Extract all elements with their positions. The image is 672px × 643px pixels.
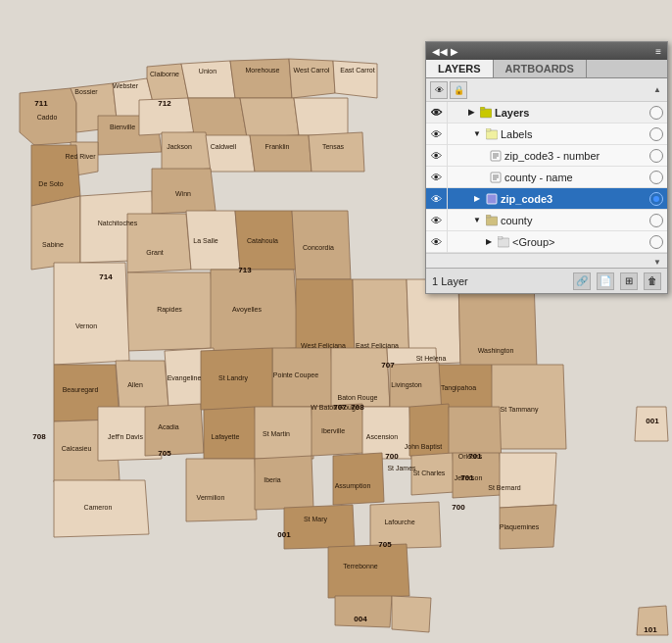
layer-name-layers: Layers (495, 107, 649, 119)
scroll-down-btn[interactable]: ▼ (651, 258, 663, 267)
lincoln-parish (139, 98, 194, 135)
layer-lock-county (448, 210, 461, 231)
franklin-parish (250, 135, 312, 172)
concordia-parish (292, 211, 351, 279)
layer-expand-layers[interactable]: ▶ (465, 107, 477, 119)
svg-rect-82 (486, 130, 498, 139)
svg-rect-81 (480, 107, 485, 110)
layer-name-labels: Labels (501, 128, 649, 140)
layer-circle-labels[interactable] (649, 127, 663, 141)
layer-lock-group (448, 231, 461, 253)
layer-expand-labels[interactable]: ▼ (471, 128, 483, 140)
caldwell-parish (206, 135, 255, 172)
layer-row-county[interactable]: 👁 ▼ county (426, 210, 667, 231)
new-layer-btn[interactable]: 📄 (597, 272, 614, 290)
layer-expand-zip-number (483, 150, 487, 162)
grant-parish (127, 214, 191, 272)
layer-circle-county-name[interactable] (649, 171, 663, 184)
svg-point-93 (653, 196, 659, 202)
jackson-parish (162, 132, 211, 172)
layer-eye-group[interactable]: 👁 (426, 231, 448, 253)
layer-name-zip-code3: zip_code3 (501, 193, 649, 205)
layer-labels-folder-icon (485, 127, 499, 141)
panel-footer: 1 Layer 🔗 📄 ⊞ 🗑 (426, 268, 667, 293)
lock-btn[interactable]: 🔒 (450, 81, 467, 99)
layer-row-zip-number[interactable]: 👁 zip_code3 - number (426, 145, 667, 167)
plaquemines-parish (500, 505, 556, 549)
svg-rect-96 (498, 238, 509, 247)
layer-row-labels[interactable]: 👁 ▼ Labels (426, 124, 667, 145)
layers-list: 👁 ▶ Layers 👁 ▼ (426, 102, 667, 253)
layer-expand-zip-code3[interactable]: ▶ (471, 193, 483, 205)
tab-layers[interactable]: LAYERS (426, 60, 494, 77)
layer-row-group[interactable]: 👁 ▶ <Group> (426, 231, 667, 253)
iberville-parish (312, 404, 364, 456)
stbernard-parish (500, 453, 556, 508)
layer-lock-labels (448, 124, 461, 145)
panel-header: ◀◀ ▶ ≡ (426, 42, 667, 60)
layer-group-icon (497, 235, 510, 249)
acadia-parish (145, 404, 204, 456)
layer-lock-county-name (448, 167, 461, 188)
layer-count-label: 1 Layer (432, 275, 567, 287)
copy-layer-btn[interactable]: ⊞ (620, 272, 638, 290)
layer-name-zip-number: zip_code3 - number (504, 150, 649, 162)
desoto-parish (31, 145, 80, 206)
svg-rect-83 (486, 128, 491, 131)
eye-toggle-btn[interactable]: 👁 (430, 81, 448, 99)
sabine-parish (31, 196, 80, 270)
winn-parish (152, 169, 216, 214)
vernon-parish (54, 263, 129, 365)
panel-menu-icon[interactable]: ≡ (655, 46, 661, 57)
scroll-up-btn[interactable]: ▲ (651, 85, 663, 94)
coastal-101 (637, 606, 668, 635)
vermilion-parish (186, 459, 257, 521)
layer-eye-county-name[interactable]: 👁 (426, 167, 448, 188)
eastcarroll-parish (333, 61, 377, 98)
layer-row-layers[interactable]: 👁 ▶ Layers (426, 102, 667, 124)
ascension-parish (362, 407, 411, 459)
svg-rect-97 (498, 236, 503, 239)
wbatonrouge-parish (331, 348, 390, 407)
layers-panel: ◀◀ ▶ ≡ LAYERS ARTBOARDS 👁 🔒 ▲ 👁 ▶ (425, 41, 668, 294)
layer-circle-group[interactable] (649, 235, 663, 249)
coastal-001 (635, 407, 668, 441)
link-layers-btn[interactable]: 🔗 (573, 272, 591, 290)
tensas-parish (309, 132, 364, 172)
eye-icon: 👁 (435, 85, 444, 95)
layer-lock-layers (448, 102, 461, 124)
tab-artboards[interactable]: ARTBOARDS (494, 60, 587, 77)
layer-expand-county-name (483, 172, 487, 183)
assumption-parish (333, 453, 384, 505)
cameron-parish (54, 480, 149, 537)
layer-expand-county[interactable]: ▼ (471, 215, 483, 226)
svg-rect-80 (480, 109, 492, 118)
ouachita-parish (188, 98, 247, 137)
sttammany-parish (492, 365, 566, 449)
layer-eye-zip-number[interactable]: 👁 (426, 145, 448, 167)
panel-collapse-icons[interactable]: ◀◀ ▶ (432, 46, 458, 57)
layer-circle-layers[interactable] (649, 106, 663, 120)
layer-expand-group[interactable]: ▶ (483, 236, 495, 248)
layer-zip-code3-icon (485, 192, 499, 206)
stjohnthebaptist-parish (409, 404, 451, 459)
layer-row-county-name[interactable]: 👁 county - name (426, 167, 667, 188)
layer-circle-county[interactable] (649, 214, 663, 227)
delete-layer-btn[interactable]: 🗑 (644, 272, 661, 290)
layer-name-county-name: county - name (504, 172, 649, 183)
layer-eye-layers[interactable]: 👁 (426, 102, 448, 124)
layer-circle-zip-code3[interactable] (649, 192, 663, 206)
peninsula-east (392, 596, 431, 632)
morehouse-parish (230, 59, 292, 98)
stcharles-parish (411, 453, 455, 495)
layer-eye-county[interactable]: 👁 (426, 210, 448, 231)
allen-parish (116, 361, 168, 410)
layer-eye-zip-code3[interactable]: 👁 (426, 188, 448, 210)
layer-lock-zip-code3 (448, 188, 461, 210)
layer-eye-labels[interactable]: 👁 (426, 124, 448, 145)
layer-circle-zip-number[interactable] (649, 149, 663, 163)
layer-row-zip-code3[interactable]: 👁 ▶ zip_code3 (426, 188, 667, 210)
layer-county-icon (485, 214, 499, 227)
richland-parish (240, 98, 299, 137)
union-parish (181, 61, 235, 98)
